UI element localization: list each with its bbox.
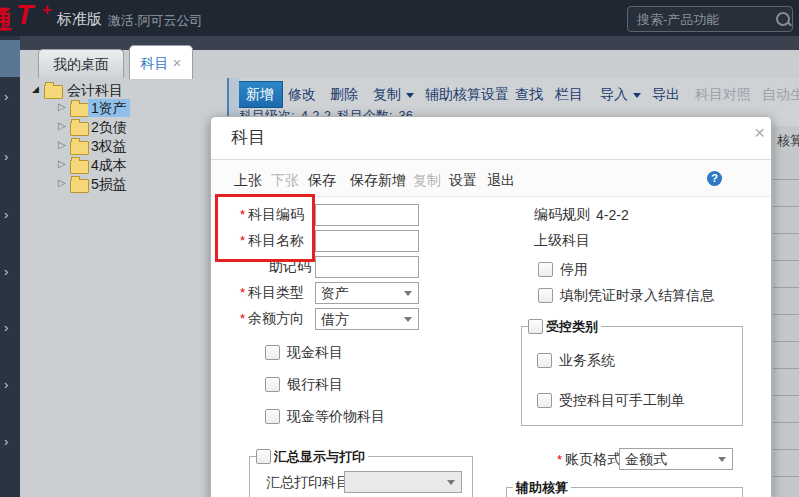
folder-open-icon (44, 85, 63, 99)
tree-item-label[interactable]: 5损益 (88, 175, 130, 193)
tree-collapsed-icon[interactable]: ▷ (58, 177, 66, 188)
next-record-button: 下张 (271, 172, 299, 190)
tree-item-label[interactable]: 1资产 (88, 99, 130, 117)
search-placeholder: 搜索-产品功能 (637, 11, 719, 29)
rail-expand-icon[interactable]: › (4, 149, 18, 165)
subject-mapping-button: 科目对照 (695, 86, 751, 104)
tab-close-icon[interactable]: × (173, 54, 182, 71)
import-button[interactable]: 导入 (600, 86, 641, 104)
tree-item-label[interactable]: 3权益 (88, 137, 130, 155)
top-bar: 通 T + 标准版 激活.阿可云公司 搜索-产品功能 (0, 0, 799, 36)
folder-icon (70, 160, 89, 174)
mnemonic-input[interactable] (315, 256, 419, 278)
save-and-new-button[interactable]: 保存新增 (350, 172, 406, 190)
aux-accounting-legend: 辅助核算 (513, 479, 571, 497)
balance-direction-label: *余额方向 (240, 310, 304, 328)
folder-icon (70, 141, 89, 155)
prev-record-button[interactable]: 上张 (234, 172, 262, 190)
rail-expand-icon[interactable]: › (4, 434, 18, 450)
find-button[interactable]: 查找 (515, 86, 543, 104)
tree-item-label[interactable]: 2负债 (88, 118, 130, 136)
subject-type-select[interactable]: 资产 (315, 282, 419, 304)
business-system-label: 业务系统 (559, 352, 615, 370)
auto-generate-button: 自动生成 (762, 86, 799, 104)
manual-voucher-label: 受控科目可手工制单 (559, 392, 685, 410)
save-button[interactable]: 保存 (308, 172, 336, 190)
columns-button[interactable]: 栏目 (555, 86, 583, 104)
rail-expand-icon[interactable]: › (4, 320, 18, 336)
bank-subject-label: 银行科目 (287, 376, 343, 394)
account-tree-panel: ◢ 会计科目 ▷ 1资产 ▷ 2负债 ▷ 3权益 ▷ 4成本 ▷ 5损益 (20, 78, 227, 497)
cash-subject-checkbox[interactable] (265, 345, 280, 360)
rail-expand-icon[interactable]: › (4, 89, 18, 105)
bank-subject-checkbox[interactable] (265, 377, 280, 392)
aux-accounting-settings-button[interactable]: 辅助核算设置 (425, 86, 509, 104)
subject-code-input[interactable] (315, 204, 419, 226)
subject-dialog: 科目 × 上张 下张 保存 保存新增 复制 设置 退出 ? *科目编码 *科目名… (210, 116, 772, 497)
product-search-input[interactable]: 搜索-产品功能 (627, 6, 793, 32)
help-icon[interactable]: ? (707, 171, 722, 186)
tree-item-label[interactable]: 4成本 (88, 156, 130, 174)
tree-collapsed-icon[interactable]: ▷ (58, 101, 66, 112)
tab-subject[interactable]: 科目× (129, 45, 193, 79)
controlled-category-checkbox[interactable] (528, 319, 543, 334)
parent-subject-label: 上级科目 (534, 232, 590, 250)
tab-band (0, 36, 799, 50)
copy-button[interactable]: 复制 (373, 86, 414, 104)
summary-print-subject-label: 汇总打印科目 (266, 474, 350, 492)
code-rule-value: 4-2-2 (596, 207, 629, 223)
page-format-select[interactable]: 金额式 (619, 448, 733, 470)
subject-name-input[interactable] (315, 230, 419, 252)
tab-my-desktop[interactable]: 我的桌面 (38, 49, 124, 78)
summary-print-checkbox[interactable] (256, 449, 271, 464)
code-rule-label: 编码规则 (534, 206, 590, 224)
summary-print-legend: 汇总显示与打印 (271, 448, 368, 466)
brand-logo-plus: + (42, 1, 51, 19)
tree-collapsed-icon[interactable]: ▷ (58, 120, 66, 131)
disable-checkbox[interactable] (538, 262, 553, 277)
subject-toolbar: 新增 修改 删除 复制 辅助核算设置 查找 栏目 导入 导出 科目对照 自动生成 (239, 80, 799, 108)
summary-print-subject-select (344, 471, 462, 493)
exit-button[interactable]: 退出 (487, 172, 515, 190)
subject-type-label: *科目类型 (240, 284, 304, 302)
search-icon[interactable] (776, 12, 790, 26)
page-format-label: *账页格式 (557, 451, 621, 469)
select-arrow-icon (404, 291, 412, 296)
tab-label: 科目 (141, 55, 169, 71)
folder-icon (70, 179, 89, 193)
tree-collapsed-icon[interactable]: ▷ (58, 158, 66, 169)
rail-expand-icon[interactable]: › (4, 264, 18, 280)
select-arrow-icon (718, 457, 726, 462)
settings-button[interactable]: 设置 (449, 172, 477, 190)
rail-expand-icon[interactable]: › (4, 207, 18, 223)
folder-icon (70, 122, 89, 136)
cash-equivalent-checkbox[interactable] (265, 409, 280, 424)
dialog-toolbar: 上张 下张 保存 保存新增 复制 设置 退出 ? (211, 160, 771, 197)
rail-expand-icon[interactable]: › (4, 377, 18, 393)
delete-button[interactable]: 删除 (330, 86, 358, 104)
balance-direction-select[interactable]: 借方 (315, 308, 419, 330)
manual-voucher-checkbox[interactable] (537, 393, 552, 408)
tree-expanded-icon[interactable]: ◢ (32, 84, 39, 94)
tree-root-label[interactable]: 会计科目 (64, 81, 126, 99)
controlled-category-legend: 受控类别 (543, 318, 601, 336)
add-button[interactable]: 新增 (239, 81, 283, 108)
dropdown-arrow-icon (406, 93, 414, 98)
export-button[interactable]: 导出 (652, 86, 680, 104)
tree-collapsed-icon[interactable]: ▷ (58, 139, 66, 150)
select-arrow-icon (404, 317, 412, 322)
settlement-info-checkbox[interactable] (538, 288, 553, 303)
tab-label: 我的桌面 (53, 56, 109, 72)
dialog-title: 科目 (231, 126, 265, 149)
brand-logo-t: T (16, 0, 32, 31)
copy-button: 复制 (413, 172, 441, 190)
disable-label: 停用 (560, 261, 588, 279)
business-system-checkbox[interactable] (537, 353, 552, 368)
cash-equivalent-label: 现金等价物科目 (287, 408, 385, 426)
left-icon-rail: › › › › › › › (0, 36, 20, 497)
dropdown-arrow-icon (633, 93, 641, 98)
rail-active-item[interactable] (0, 40, 20, 77)
brand-logo-char: 通 (0, 4, 12, 34)
dialog-close-icon[interactable]: × (754, 122, 765, 144)
modify-button[interactable]: 修改 (288, 86, 316, 104)
